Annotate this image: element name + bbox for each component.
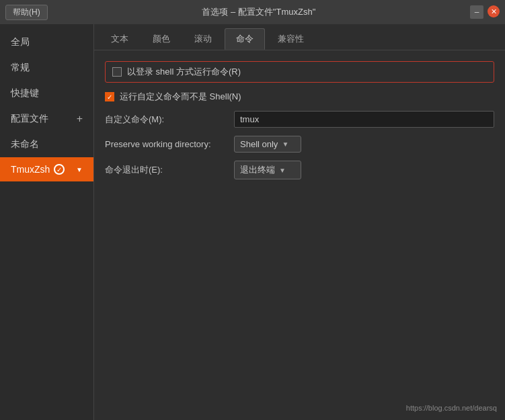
sidebar-item-shortcut[interactable]: 快捷键 bbox=[0, 81, 93, 106]
exit-arrow: ▼ bbox=[279, 167, 286, 174]
sidebar-item-label: 配置文件 bbox=[11, 113, 48, 125]
sidebar-active-content: TmuxZsh ✓ ▼ bbox=[11, 164, 83, 175]
login-shell-checkbox[interactable] bbox=[112, 67, 122, 77]
check-circle-icon: ✓ bbox=[54, 164, 65, 175]
sidebar-item-unnamed[interactable]: 未命名 bbox=[0, 132, 93, 157]
sidebar: 全局 常规 快捷键 配置文件 + 未命名 TmuxZsh ✓ ▼ bbox=[0, 24, 94, 420]
sidebar-dropdown-arrow[interactable]: ▼ bbox=[76, 166, 83, 173]
preserve-dir-dropdown[interactable]: Shell only ▼ bbox=[234, 136, 301, 153]
sidebar-item-global[interactable]: 全局 bbox=[0, 30, 93, 55]
preserve-dir-label: Preserve working directory: bbox=[105, 139, 226, 149]
title-bar: 帮助(H) 首选项 – 配置文件"TmuxZsh" – ✕ bbox=[0, 0, 505, 24]
sidebar-item-label: 全局 bbox=[11, 36, 30, 47]
exit-label: 命令退出时(E): bbox=[105, 164, 226, 176]
login-shell-row: 以登录 shell 方式运行命令(R) bbox=[105, 61, 494, 83]
window-title: 首选项 – 配置文件"TmuxZsh" bbox=[48, 6, 470, 18]
add-profile-icon[interactable]: + bbox=[77, 113, 83, 125]
tab-compat[interactable]: 兼容性 bbox=[266, 28, 315, 50]
help-button[interactable]: 帮助(H) bbox=[5, 5, 48, 20]
minimize-button[interactable]: – bbox=[470, 5, 483, 19]
sidebar-item-label: 常规 bbox=[11, 62, 30, 73]
sidebar-item-profiles[interactable]: 配置文件 + bbox=[0, 106, 93, 132]
sidebar-item-label: 快捷键 bbox=[11, 87, 39, 98]
sidebar-item-label: 未命名 bbox=[11, 138, 39, 149]
main-layout: 全局 常规 快捷键 配置文件 + 未命名 TmuxZsh ✓ ▼ bbox=[0, 24, 505, 420]
preserve-dir-row: Preserve working directory: Shell only ▼ bbox=[105, 136, 494, 153]
exit-value: 退出终端 bbox=[240, 164, 275, 176]
tabs-bar: 文本 颜色 滚动 命令 兼容性 bbox=[94, 24, 505, 50]
custom-command-checkbox[interactable]: ✓ bbox=[105, 92, 114, 101]
exit-dropdown[interactable]: 退出终端 ▼ bbox=[234, 161, 301, 179]
close-button[interactable]: ✕ bbox=[488, 5, 500, 17]
exit-command-row: 命令退出时(E): 退出终端 ▼ bbox=[105, 161, 494, 179]
login-shell-label: 以登录 shell 方式运行命令(R) bbox=[127, 66, 241, 78]
custom-command-input-row: 自定义命令(M): bbox=[105, 111, 494, 128]
custom-command-field-label: 自定义命令(M): bbox=[105, 114, 226, 126]
custom-command-input[interactable] bbox=[234, 111, 494, 128]
tab-scroll[interactable]: 滚动 bbox=[183, 28, 223, 50]
preserve-dir-value: Shell only bbox=[240, 139, 278, 149]
tab-command[interactable]: 命令 bbox=[225, 28, 265, 50]
tab-text[interactable]: 文本 bbox=[100, 28, 140, 50]
custom-command-label: 运行自定义命令而不是 Shell(N) bbox=[120, 91, 241, 103]
sidebar-item-common[interactable]: 常规 bbox=[0, 55, 93, 81]
custom-command-checkbox-row: ✓ 运行自定义命令而不是 Shell(N) bbox=[105, 91, 494, 103]
sidebar-item-tmuxzsh[interactable]: TmuxZsh ✓ ▼ bbox=[0, 157, 93, 181]
sidebar-item-label: TmuxZsh bbox=[11, 164, 50, 175]
tab-color[interactable]: 颜色 bbox=[141, 28, 182, 50]
tab-content-command: 以登录 shell 方式运行命令(R) ✓ 运行自定义命令而不是 Shell(N… bbox=[94, 50, 505, 420]
content-area: 文本 颜色 滚动 命令 兼容性 以登录 shell 方式运行命令(R) ✓ 运行… bbox=[94, 24, 505, 420]
watermark: https://blog.csdn.net/dearsq bbox=[406, 404, 497, 412]
title-actions: – ✕ bbox=[470, 5, 500, 19]
preserve-dir-arrow: ▼ bbox=[282, 140, 288, 148]
